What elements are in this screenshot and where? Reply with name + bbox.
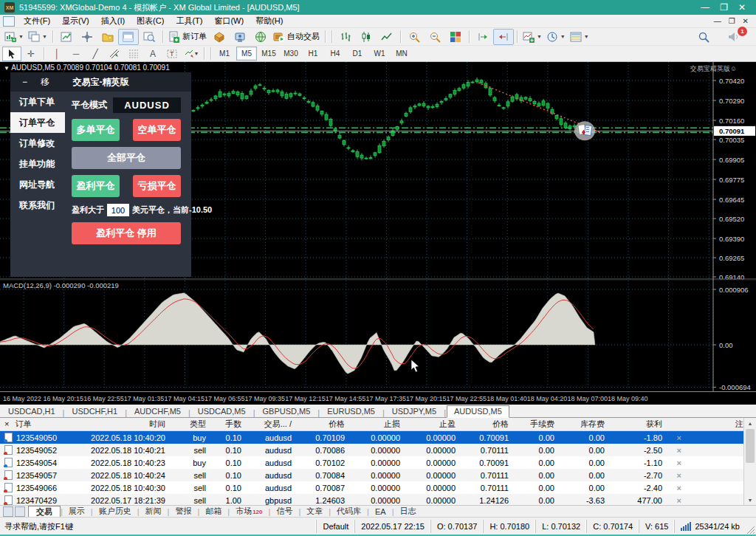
order-row-123549057[interactable]: 1235490572022.05.18 10:40:24sell0.10audu… (0, 469, 756, 481)
order-row-123549050[interactable]: 1235490502022.05.18 10:40:20buy0.10audus… (0, 431, 756, 444)
col-header-9[interactable]: 手续费 (513, 419, 559, 430)
col-header-4[interactable]: 交易... / (246, 419, 296, 430)
maximize-button[interactable]: ❐ (720, 2, 728, 13)
timeframe-H4[interactable]: H4 (325, 47, 346, 61)
col-header-5[interactable]: 价格 (296, 419, 349, 430)
dock-icon[interactable] (3, 506, 13, 517)
bottom-tab-展示[interactable]: 展示 (63, 506, 91, 517)
timeframe-M1[interactable]: M1 (214, 47, 235, 61)
horizontal-line-tool[interactable]: ─ (66, 47, 86, 61)
order-row-123549054[interactable]: 1235490542022.05.18 10:40:23buy0.10audus… (0, 456, 756, 469)
panel-nav-网址导航[interactable]: 网址导航 (10, 174, 65, 195)
timeframe-M5[interactable]: M5 (236, 47, 257, 61)
panel-nav-订单下单[interactable]: 订单下单 (10, 92, 65, 112)
crosshair-tool[interactable]: ✛ (21, 47, 41, 61)
panel-move-button[interactable]: 移 (41, 76, 49, 89)
cursor-tool[interactable] (2, 47, 21, 61)
panel-nav-挂单功能[interactable]: 挂单功能 (10, 154, 65, 174)
bottom-tab-交易[interactable]: 交易 (28, 506, 61, 518)
status-profile[interactable]: Default (316, 520, 354, 533)
bottom-tab-账户历史[interactable]: 账户历史 (93, 506, 137, 517)
order-row-123549052[interactable]: 1235490522022.05.18 10:40:21sell0.10audu… (0, 444, 756, 456)
col-header-0[interactable]: ×订单 (0, 419, 70, 430)
chart-window-icon[interactable] (3, 16, 15, 27)
profit-close-toggle-button[interactable]: 盈利平仓 停用 (72, 222, 181, 244)
close-sell-button[interactable]: 空单平仓 (133, 119, 181, 141)
timeframe-D1[interactable]: D1 (347, 47, 368, 61)
order-close-button[interactable]: × (667, 484, 686, 492)
search-button[interactable] (693, 29, 714, 45)
periods-button[interactable]: ▼ (544, 29, 568, 45)
bottom-tab-邮箱[interactable]: 邮箱 (199, 506, 227, 517)
order-close-button[interactable]: × (667, 433, 686, 442)
terminal-close-icon[interactable]: × (4, 419, 9, 428)
panel-collapse-button[interactable]: − (22, 77, 27, 87)
close-losing-button[interactable]: 亏损平仓 (133, 175, 181, 197)
timeframe-M15[interactable]: M15 (258, 47, 279, 61)
market-watch-button[interactable] (56, 29, 77, 45)
order-close-button[interactable]: × (667, 496, 686, 505)
notifications-button[interactable]: 1 (723, 29, 743, 45)
mdi-minimize-button[interactable]: — (714, 17, 721, 25)
order-close-button[interactable]: × (667, 458, 686, 467)
bottom-tab-代码库[interactable]: 代码库 (331, 506, 367, 517)
scroll-down-arrow[interactable]: ▼ (744, 495, 756, 505)
terminal-toggle-button[interactable] (118, 29, 139, 45)
menu-item-I[interactable]: 插入(I) (95, 15, 131, 27)
menu-item-W[interactable]: 窗口(W) (208, 15, 250, 27)
menu-item-T[interactable]: 工具(T) (170, 15, 208, 27)
data-window-button[interactable] (77, 29, 97, 45)
zoom-out-button[interactable] (425, 29, 445, 45)
bottom-tab-信号[interactable]: 信号 (270, 506, 298, 517)
bottom-tab-新闻[interactable]: 新闻 (140, 506, 168, 517)
menu-item-H[interactable]: 帮助(H) (250, 15, 289, 27)
minimize-button[interactable]: — (701, 2, 709, 13)
scrollbar-thumb[interactable] (746, 429, 755, 463)
chart-tab-USDCAD-H1[interactable]: USDCAD,H1 (1, 406, 62, 417)
col-header-1[interactable]: 时间 (70, 419, 170, 430)
auto-scroll-button[interactable] (493, 29, 514, 45)
channel-tool[interactable] (105, 47, 124, 61)
bottom-tab-EA[interactable]: EA (369, 507, 392, 516)
label-tool[interactable]: T (162, 47, 182, 61)
vertical-line-tool[interactable]: │ (47, 47, 66, 61)
timeframe-M30[interactable]: M30 (281, 47, 301, 61)
close-buy-button[interactable]: 多单平仓 (72, 119, 120, 141)
web-button[interactable] (250, 29, 271, 45)
chart-tab-USDJPY-M5[interactable]: USDJPY,M5 (385, 406, 443, 417)
timeframe-MN[interactable]: MN (391, 47, 412, 61)
zoom-in-button[interactable] (404, 29, 425, 45)
indicators-button[interactable]: ▼ (520, 29, 544, 45)
order-row-123549066[interactable]: 1235490662022.05.18 10:40:30sell0.10audu… (0, 481, 756, 494)
bottom-tab-文章[interactable]: 文章 (300, 506, 329, 517)
chart-tab-AUDUSD-M5[interactable]: AUDUSD,M5 (447, 405, 509, 418)
col-header-10[interactable]: 库存费 (559, 419, 609, 430)
timeframe-W1[interactable]: W1 (369, 47, 390, 61)
profiles-button[interactable]: ▼ (26, 29, 49, 45)
panel-nav-订单平仓[interactable]: 订单平仓 (10, 112, 65, 133)
chart-tab-USDCHF-H1[interactable]: USDCHF,H1 (65, 406, 124, 417)
mdi-restore-button[interactable]: ❐ (729, 17, 735, 25)
auto-trading-button[interactable]: 自动交易 (271, 29, 322, 45)
profit-threshold-input[interactable] (107, 204, 129, 216)
strategy-tester-button[interactable] (139, 29, 159, 45)
community-button[interactable] (230, 29, 250, 45)
col-header-2[interactable]: 类型 (170, 419, 210, 430)
candlestick-chart-button[interactable] (356, 29, 377, 45)
market-store-button[interactable] (209, 29, 230, 45)
order-close-button[interactable]: × (667, 471, 686, 480)
chart-shift-button[interactable] (472, 29, 493, 45)
terminal-scrollbar[interactable]: ▲ ▼ (743, 418, 756, 505)
panel-nav-订单修改[interactable]: 订单修改 (10, 133, 65, 154)
trade-panel-header[interactable]: − 移 交易宝-精英版 (10, 72, 191, 92)
scroll-up-arrow[interactable]: ▲ (744, 418, 756, 428)
col-header-8[interactable]: 价格 (460, 419, 513, 430)
trendline-tool[interactable]: ╱ (86, 47, 105, 61)
shapes-tool[interactable]: ▼ (182, 47, 201, 61)
menu-item-F[interactable]: 文件(F) (18, 15, 56, 27)
close-all-button[interactable]: 全部平仓 (72, 147, 181, 169)
new-chart-button[interactable]: ▼ (2, 29, 26, 45)
close-mode-symbol[interactable]: AUDUSD (113, 97, 181, 113)
chart-tab-EURUSD-M5[interactable]: EURUSD,M5 (320, 406, 382, 417)
bar-chart-button[interactable] (335, 29, 356, 45)
